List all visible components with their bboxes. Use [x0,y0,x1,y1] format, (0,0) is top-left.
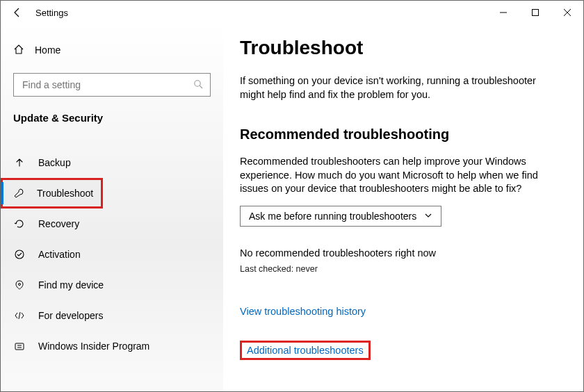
find-device-icon [13,279,26,291]
troubleshoot-icon [13,188,24,199]
sidebar-item-troubleshoot[interactable]: Troubleshoot [1,178,103,209]
svg-line-3 [200,85,202,88]
sidebar-item-activation[interactable]: Activation [1,239,223,270]
sidebar-item-label: Windows Insider Program [38,341,149,352]
back-button[interactable] [9,4,26,21]
svg-rect-1 [533,10,539,16]
content-panel: Troubleshoot If something on your device… [223,24,583,391]
last-checked-text: Last checked: never [240,264,575,274]
sidebar-item-label: Troubleshoot [37,188,93,199]
troubleshoot-preference-dropdown[interactable]: Ask me before running troubleshooters [240,206,441,227]
page-subtitle: If something on your device isn't workin… [240,74,539,101]
sidebar-section-label: Update & Security [1,112,223,124]
search-input[interactable] [13,73,211,97]
dropdown-value: Ask me before running troubleshooters [249,211,416,222]
svg-point-2 [195,80,200,85]
svg-point-5 [19,284,21,286]
window-title: Settings [35,8,68,18]
link-view-history[interactable]: View troubleshooting history [240,306,366,317]
svg-point-4 [15,250,24,259]
home-icon [13,44,24,57]
link-additional-troubleshooters[interactable]: Additional troubleshooters [247,345,364,356]
sidebar: Home Update & Security Backup [1,24,223,391]
activation-icon [13,249,26,260]
close-button[interactable] [551,1,583,24]
sidebar-item-label: Recovery [38,218,79,229]
sidebar-item-find-my-device[interactable]: Find my device [1,270,223,300]
developers-icon [13,310,26,321]
recommended-text: Recommended troubleshooters can help imp… [240,155,539,196]
no-recommended-text: No recommended troubleshooters right now [240,247,575,259]
sidebar-item-label: Find my device [38,279,104,291]
sidebar-item-label: For developers [38,310,103,321]
sidebar-item-label: Backup [38,157,71,168]
svg-rect-6 [15,343,24,350]
maximize-button[interactable] [519,1,551,24]
titlebar: Settings [1,1,583,24]
chevron-down-icon [424,211,432,222]
minimize-button[interactable] [487,1,519,24]
sidebar-item-recovery[interactable]: Recovery [1,209,223,239]
sidebar-item-windows-insider[interactable]: Windows Insider Program [1,331,223,361]
backup-icon [13,157,26,168]
sidebar-item-for-developers[interactable]: For developers [1,300,223,331]
page-title: Troubleshoot [240,37,575,59]
recommended-heading: Recommended troubleshooting [240,126,575,142]
recovery-icon [13,218,26,229]
search-field[interactable] [21,79,193,91]
window-controls [487,1,583,24]
sidebar-home[interactable]: Home [1,42,223,58]
search-icon [193,79,203,91]
sidebar-item-label: Activation [38,249,81,260]
sidebar-home-label: Home [35,44,60,56]
insider-icon [13,341,26,352]
sidebar-item-backup[interactable]: Backup [1,147,223,178]
